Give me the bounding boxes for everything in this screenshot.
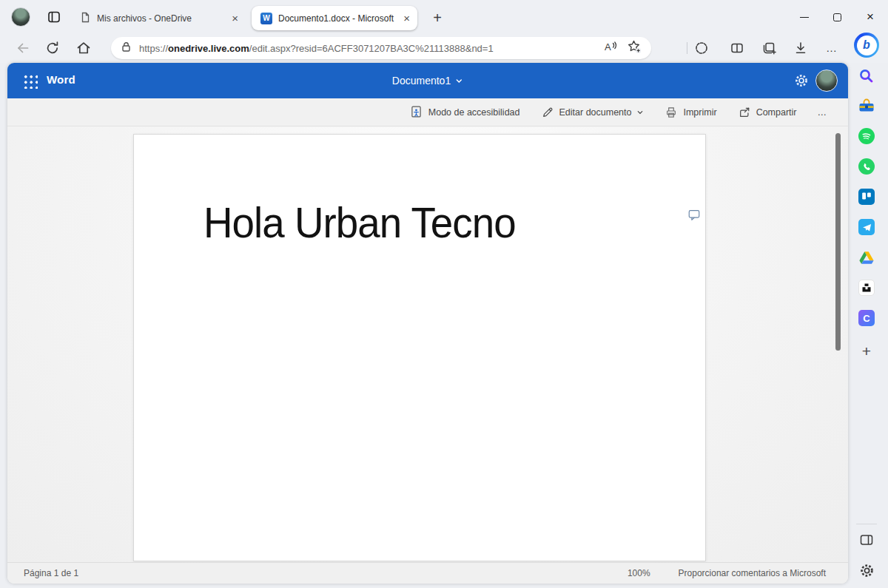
word-brand: Word	[47, 73, 75, 86]
sidebar-whatsapp-icon[interactable]	[858, 158, 875, 175]
split-screen-icon[interactable]	[729, 40, 745, 56]
url-path: /edit.aspx?resid=6ACFF3071207BA3C%211138…	[249, 43, 494, 54]
sidebar-settings-gear-icon[interactable]	[858, 561, 875, 579]
url-domain: onedrive.live.com	[168, 43, 249, 54]
browser-menu-icon[interactable]: …	[824, 40, 840, 56]
edit-document-button[interactable]: Editar documento	[541, 106, 645, 119]
read-aloud-icon[interactable]: A	[602, 39, 619, 57]
pencil-icon	[541, 106, 554, 119]
tab-strip: Mis archivos - OneDrive × W Documento1.d…	[0, 0, 888, 33]
browser-window: Mis archivos - OneDrive × W Documento1.d…	[0, 0, 888, 588]
copilot-letter: b	[857, 36, 877, 55]
document-viewport: Hola Urban Tecno	[7, 127, 848, 562]
home-icon[interactable]	[75, 40, 92, 56]
sidebar-google-drive-icon[interactable]	[858, 249, 875, 266]
edit-document-label: Editar documento	[559, 107, 632, 118]
print-button[interactable]: Imprimir	[665, 106, 716, 119]
accessibility-mode-button[interactable]: Modo de accesibilidad	[409, 105, 520, 119]
share-label: Compartir	[756, 107, 797, 118]
document-scrollbar[interactable]	[835, 133, 841, 351]
copilot-icon[interactable]: b	[854, 33, 879, 58]
toolbar-divider	[687, 42, 687, 54]
sidebar-unsplash-icon[interactable]	[858, 279, 875, 297]
close-tab-icon[interactable]: ×	[232, 13, 238, 24]
tab-word-document[interactable]: W Documento1.docx - Microsoft ×	[252, 6, 417, 30]
word-status-bar: Página 1 de 1 100% Proporcionar comentar…	[7, 562, 848, 584]
collections-icon[interactable]	[761, 40, 777, 56]
comment-bubble-icon[interactable]	[687, 209, 701, 222]
document-page[interactable]: Hola Urban Tecno	[133, 134, 706, 561]
chevron-down-icon	[636, 109, 644, 116]
accessibility-document-icon	[409, 105, 423, 119]
sidebar-panel-icon[interactable]	[858, 531, 875, 549]
account-avatar[interactable]	[815, 70, 838, 92]
new-tab-button[interactable]: +	[428, 8, 447, 27]
print-label: Imprimir	[683, 107, 716, 118]
minimize-button[interactable]	[793, 6, 815, 28]
page-count[interactable]: Página 1 de 1	[24, 568, 78, 578]
download-icon[interactable]	[793, 40, 809, 56]
workspaces-icon[interactable]	[47, 10, 61, 24]
app-launcher-icon[interactable]	[22, 73, 38, 89]
address-bar: https://onedrive.live.com/edit.aspx?resi…	[0, 33, 888, 63]
word-header: Word Documento1	[7, 63, 848, 98]
sidebar-trello-icon[interactable]	[858, 188, 875, 206]
sidebar-toolbox-icon[interactable]	[858, 97, 875, 115]
sidebar-divider	[856, 524, 877, 524]
printer-icon	[665, 106, 678, 119]
document-title: Documento1	[392, 75, 451, 87]
word-icon: W	[260, 13, 272, 24]
word-settings-gear-icon[interactable]	[793, 72, 810, 89]
tab-title: Documento1.docx - Microsoft	[278, 13, 403, 24]
feedback-link[interactable]: Proporcionar comentarios a Microsoft	[679, 568, 826, 578]
tab-title: Mis archivos - OneDrive	[97, 13, 232, 24]
url-text[interactable]: https://onedrive.live.com/edit.aspx?resi…	[139, 43, 602, 54]
accessibility-mode-label: Modo de accesibilidad	[428, 107, 520, 118]
document-text: Hola Urban Tecno	[204, 198, 516, 247]
url-prefix: https://	[139, 43, 168, 54]
word-toolbar: Modo de accesibilidad Editar documento I…	[7, 98, 848, 126]
zoom-level[interactable]: 100%	[628, 568, 650, 578]
back-icon[interactable]	[15, 40, 31, 56]
browser-essentials-icon[interactable]	[693, 40, 710, 56]
sidebar-clipchamp-icon[interactable]: C	[858, 309, 875, 327]
favorite-star-icon[interactable]	[626, 38, 642, 58]
share-button[interactable]: Compartir	[738, 106, 797, 119]
browser-profile-avatar[interactable]	[11, 7, 30, 27]
sidebar-search-icon[interactable]	[858, 67, 875, 85]
word-web-app: Word Documento1	[7, 63, 848, 584]
svg-text:A: A	[605, 41, 611, 53]
toolbar-more-icon[interactable]: …	[818, 104, 828, 121]
close-tab-icon[interactable]: ×	[403, 13, 410, 24]
close-window-button[interactable]: ×	[859, 6, 881, 28]
sidebar-spotify-icon[interactable]	[858, 127, 875, 145]
page-icon	[80, 12, 91, 25]
refresh-icon[interactable]	[44, 40, 61, 56]
share-icon	[738, 106, 751, 119]
document-title-dropdown[interactable]: Documento1	[392, 63, 463, 98]
sidebar-add-icon[interactable]: +	[858, 342, 875, 360]
clipchamp-letter: C	[858, 310, 875, 326]
chevron-down-icon	[455, 77, 463, 85]
lock-icon[interactable]	[120, 41, 132, 56]
url-field[interactable]: https://onedrive.live.com/edit.aspx?resi…	[111, 37, 651, 59]
sidebar-telegram-icon[interactable]	[858, 218, 875, 236]
tab-onedrive[interactable]: Mis archivos - OneDrive ×	[71, 6, 246, 30]
maximize-button[interactable]	[826, 6, 848, 28]
